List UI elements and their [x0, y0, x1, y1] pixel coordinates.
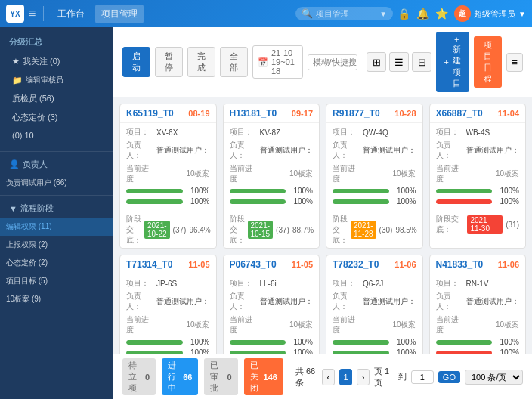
sidebar-item-edit-perm[interactable]: 编辑权限 (11) [0, 218, 113, 236]
tab-all[interactable]: 全部 [220, 47, 248, 77]
card-progress-label-row: 当前进度 10板案 [126, 163, 210, 184]
card-project-row: 项目： Q6-2J [332, 278, 416, 289]
progress-row-1: 100% [332, 338, 416, 346]
owner-value: 普通测试用户： [363, 145, 416, 156]
table-view-button[interactable]: ⊟ [412, 52, 431, 72]
nav-workbench[interactable]: 工作台 [51, 5, 91, 23]
menu-toggle-icon[interactable]: ≡ [29, 7, 36, 20]
more-menu-button[interactable]: ≡ [506, 53, 523, 72]
progress-val-2: 100% [186, 348, 210, 354]
per-page-select[interactable]: 100 条/页 [465, 370, 523, 385]
card-progress-label-row: 当前进度 10板案 [332, 163, 416, 184]
card-id: R91877_T0 [332, 108, 380, 119]
footer-count: (30) [379, 226, 393, 234]
tab-start[interactable]: 启动 [122, 47, 150, 77]
sidebar-group-roles[interactable]: ▼ 流程阶段 [0, 199, 113, 218]
project-schedule-button[interactable]: 项目日程 [474, 36, 502, 88]
bottom-bar: 待立项 0进行中 66已审批 0已关闭 146共 66 条 ‹ 1 › 页 1 … [113, 354, 532, 399]
project-label: 项目： [332, 127, 360, 138]
status-tag[interactable]: 已关闭 146 [244, 358, 283, 395]
goto-input[interactable] [411, 370, 434, 384]
navbar-search[interactable]: 🔍 ▼ [295, 7, 393, 20]
sidebar-item-pricing2[interactable]: 心态定价 (2) [0, 254, 113, 272]
navbar-actions: 🔒 🔔 ⭐ 超 超级管理员 ▼ [397, 5, 526, 22]
tab-pause[interactable]: 暂停 [155, 47, 183, 77]
project-card[interactable]: K65119_T0 08-19 项目： XV-6X 负责人： 普通测试用户： 当… [119, 104, 217, 249]
card-body: 项目： XV-6X 负责人： 普通测试用户： 当前进度 10板案 100% [120, 123, 216, 212]
lock-icon[interactable]: 🔒 [397, 8, 410, 20]
toolbar: 启动 暂停 完成 全部 📅 21-10-19~01-18 🔍 - ⊞ ☰ ⊟ + [113, 27, 532, 97]
footer-extra: 98.5% [395, 226, 416, 234]
progress-val-1: 100% [392, 187, 416, 195]
project-value: JP-6S [156, 280, 210, 288]
progress-bar-wrap-1 [332, 189, 389, 193]
navbar-search-input[interactable] [316, 9, 376, 18]
footer-count: (31) [506, 221, 519, 229]
status-tag[interactable]: 已审批 0 [204, 358, 237, 395]
search-dropdown-icon[interactable]: ▼ [379, 10, 387, 18]
page-1-button[interactable]: 1 [339, 369, 352, 385]
owner-value: 普通测试用户： [363, 296, 416, 307]
prev-page-button[interactable]: ‹ [322, 369, 335, 385]
sidebar-item-editor[interactable]: 📁 编辑审核员 [0, 71, 113, 89]
star-icon[interactable]: ⭐ [435, 8, 448, 20]
project-card[interactable]: H13181_T0 09-17 项目： KV-8Z 负责人： 普通测试用户： 当… [223, 104, 320, 249]
project-card[interactable]: P06743_T0 11-05 项目： LL-6i 负责人： 普通测试用户： 当… [223, 255, 320, 354]
card-owner-row: 负责人： 普通测试用户： [332, 291, 416, 312]
sidebar-group-people[interactable]: 👤 负责人 [0, 155, 113, 174]
progress-row-2: 100% [126, 197, 210, 206]
list-view-button[interactable]: ☰ [389, 52, 409, 72]
project-card[interactable]: T78232_T0 11-06 项目： Q6-2J 负责人： 普通测试用户： 当… [326, 255, 423, 354]
search-input[interactable] [308, 55, 358, 69]
search-bar[interactable]: 🔍 - [308, 54, 358, 70]
card-body: 项目： JP-6S 负责人： 普通测试用户： 当前进度 10板案 100% [120, 274, 216, 354]
project-value: LL-6i [260, 280, 314, 288]
sidebar-item-count[interactable]: (0) 10 [0, 127, 113, 144]
sidebar-item-owner[interactable]: 负责调试用户 (66) [0, 174, 113, 192]
add-project-button[interactable]: + + 新建项目 [436, 32, 469, 92]
sidebar-item-project-goal[interactable]: 项目目标 (5) [0, 272, 113, 290]
date-filter[interactable]: 📅 21-10-19~01-18 [252, 45, 303, 79]
footer-date-label: 阶段交底： [332, 214, 348, 246]
card-owner-row: 负责人： 普通测试用户： [436, 291, 520, 312]
status-tag[interactable]: 待立项 0 [122, 358, 156, 395]
owner-label: 负责人： [126, 140, 153, 161]
card-project-row: 项目： JP-6S [126, 278, 210, 289]
card-date: 11-04 [498, 109, 519, 118]
owner-label: 负责人： [332, 140, 360, 161]
sidebar-item-board[interactable]: 10板案 (9) [0, 290, 113, 308]
user-info[interactable]: 超 超级管理员 ▼ [454, 5, 526, 22]
progress-row-1: 100% [436, 187, 520, 195]
card-owner-row: 负责人： 普通测试用户： [126, 140, 210, 161]
progress-val-1: 100% [495, 187, 519, 195]
card-footer: 阶段交底： 2021-11-28 (30) 98.5% [326, 212, 422, 248]
sidebar-item-starred[interactable]: ★ 我关注 (0) [0, 52, 113, 71]
user-dropdown-icon[interactable]: ▼ [518, 10, 526, 18]
progress-bar-1 [436, 340, 493, 345]
project-card[interactable]: R91877_T0 10-28 项目： QW-4Q 负责人： 普通测试用户： 当… [326, 104, 423, 249]
bell-icon[interactable]: 🔔 [416, 8, 429, 20]
project-card[interactable]: T71314_T0 11-05 项目： JP-6S 负责人： 普通测试用户： 当… [119, 255, 217, 354]
progress-val-1: 100% [186, 187, 210, 195]
project-value: RN-1V [466, 280, 520, 288]
goto-label: 到 [398, 371, 407, 382]
next-page-button[interactable]: › [357, 369, 370, 385]
sidebar-item-report-perm[interactable]: 上报权限 (2) [0, 236, 113, 254]
project-card[interactable]: X66887_T0 11-04 项目： WB-4S 负责人： 普通测试用户： 当… [429, 104, 527, 249]
sidebar-item-inspector[interactable]: 质检员 (56) [0, 89, 113, 108]
grid-view-button[interactable]: ⊞ [367, 52, 386, 72]
project-card[interactable]: N41833_T0 11-06 项目： RN-1V 负责人： 普通测试用户： 当… [429, 255, 527, 354]
project-label: 项目： [126, 278, 153, 289]
status-tag[interactable]: 进行中 66 [162, 358, 198, 395]
progress-label: 当前进度 [332, 314, 360, 336]
owner-label: 负责人： [332, 291, 360, 312]
main-layout: 分级汇总 ★ 我关注 (0) 📁 编辑审核员 质检员 (56) 心态定价 (3)… [0, 27, 532, 399]
card-progress-label-row: 当前进度 10板案 [230, 163, 314, 184]
project-label: 项目： [230, 278, 257, 289]
tab-complete[interactable]: 完成 [187, 47, 215, 77]
sidebar-item-pricing[interactable]: 心态定价 (3) [0, 108, 113, 127]
goto-button[interactable]: GO [438, 371, 460, 383]
progress-bar-wrap-1 [230, 340, 286, 345]
progress-row-1: 100% [436, 338, 520, 346]
nav-project-management[interactable]: 项目管理 [95, 5, 144, 23]
